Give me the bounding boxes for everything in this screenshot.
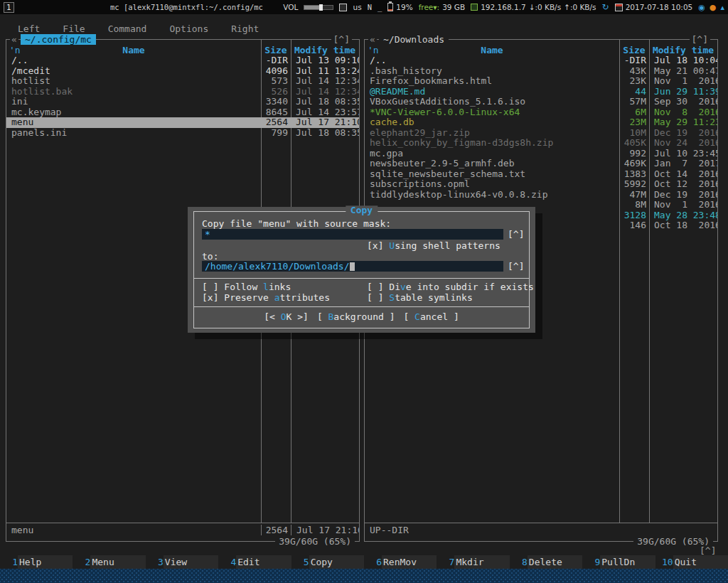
source-history-button[interactable]: [^] xyxy=(508,229,524,240)
clock-text: 2017-07-18 10:05 xyxy=(626,3,693,11)
calendar-icon xyxy=(615,4,623,11)
menu-item-left[interactable]: Left xyxy=(18,23,40,35)
destination-input[interactable]: /home/alexk7110/Downloads/ xyxy=(202,261,503,272)
fkey-renmov[interactable]: 6RenMov xyxy=(364,555,437,569)
ok-button[interactable]: [< OK >] xyxy=(264,311,309,322)
file-row[interactable]: mc.gpa992Jul 10 23:45 xyxy=(365,149,717,159)
menu-item-right[interactable]: Right xyxy=(231,23,259,35)
column-headers: Name Size Modify time xyxy=(365,45,717,55)
command-line-scroll-icon[interactable]: [^] xyxy=(700,545,716,556)
panel-separator xyxy=(365,523,717,523)
clock-indicator[interactable]: 2017-07-18 10:05 xyxy=(615,3,693,11)
sort-indicator: 'n xyxy=(368,45,379,55)
fkey-help[interactable]: 1Help xyxy=(0,555,73,569)
fkey-menu[interactable]: 2Menu xyxy=(73,555,145,569)
file-row[interactable]: newsbeuter_2.9-5_armhf.deb469KJan 7 2017 xyxy=(365,159,717,169)
column-header-name[interactable]: Name xyxy=(365,45,619,55)
cancel-button[interactable]: [ Cancel ] xyxy=(403,311,459,322)
workspace-indicator[interactable]: 1 xyxy=(4,2,14,13)
column-header-size[interactable]: Size xyxy=(261,45,291,55)
battery-indicator[interactable]: 19% xyxy=(387,3,412,11)
menu-item-options[interactable]: Options xyxy=(169,23,208,35)
screen: 1 mc [alexk7110@mintxfl:~/.config/mc VOL… xyxy=(0,0,728,583)
destination-value: /home/alexk7110/Downloads/ xyxy=(205,261,350,272)
file-row[interactable]: cache.db23MMay 29 11:23 xyxy=(365,117,717,128)
column-header-size[interactable]: Size xyxy=(619,45,649,55)
column-header-name[interactable]: Name xyxy=(6,45,261,55)
file-row[interactable]: /mcedit4096Jul 11 13:24 xyxy=(6,66,359,77)
volume-handle[interactable] xyxy=(319,4,323,11)
function-key-bar: 1Help2Menu3View4Edit5Copy6RenMov7Mkdir8D… xyxy=(0,555,728,569)
window-title: mc [alexk7110@mintxfl:~/.config/mc xyxy=(110,3,263,11)
system-tray-bar: 1 mc [alexk7110@mintxfl:~/.config/mc VOL… xyxy=(0,0,728,14)
indicator-icon[interactable]: ◉ xyxy=(698,3,705,12)
session-icon[interactable]: ▴ xyxy=(720,3,724,12)
fkey-mkdir[interactable]: 7Mkdir xyxy=(437,555,509,569)
shell-patterns-checkbox[interactable]: [x] Using shell patterns xyxy=(367,240,500,251)
tray-icon[interactable]: _ xyxy=(378,3,382,11)
file-row[interactable]: *VNC-Viewer-6.0.0-Linux-x646MNov 8 2016 xyxy=(365,107,717,118)
follow-links-checkbox[interactable]: [ ] Follow links xyxy=(202,282,291,292)
file-row[interactable]: Firefox_bookmarks.html23KNov 1 2016 xyxy=(365,76,717,87)
dialog-separator xyxy=(193,278,530,279)
file-row[interactable]: elephant29_jar.zip10MDec 19 2016 xyxy=(365,128,717,139)
file-row[interactable]: hotlist.bak526Jul 14 12:34 xyxy=(6,87,359,97)
refresh-icon[interactable]: ↻ xyxy=(602,2,609,12)
file-row[interactable]: helix_conky_by_figman-d3dgs8h.zip405KNov… xyxy=(365,138,717,149)
dive-into-subdir-checkbox[interactable]: [ ] Dive into subdir if exists xyxy=(367,282,534,292)
stable-symlinks-checkbox[interactable]: [ ] Stable symlinks xyxy=(367,292,473,303)
menu-item-file[interactable]: File xyxy=(63,23,85,35)
fkey-edit[interactable]: 4Edit xyxy=(218,555,291,569)
network-ip: 192.168.1.7 xyxy=(481,3,525,11)
source-mask-input[interactable]: * xyxy=(202,229,503,240)
mini-status-name: menu xyxy=(6,525,261,535)
column-headers: Name Size Modify time xyxy=(6,45,359,55)
to-label: to: xyxy=(202,251,218,262)
fkey-quit[interactable]: 10Quit xyxy=(655,555,728,569)
tray-icon[interactable]: N xyxy=(368,3,372,11)
fkey-copy[interactable]: 5Copy xyxy=(291,555,364,569)
panel-history-icon[interactable]: « xyxy=(368,34,377,45)
file-row[interactable]: tiddlydesktop-linux64-v0.0.8.zip47MDec 1… xyxy=(365,190,717,200)
column-header-mtime[interactable]: Modify time xyxy=(649,45,717,55)
panel-history-icon[interactable]: « xyxy=(10,34,18,45)
file-row[interactable]: @README.md44Jun 29 11:39 xyxy=(365,87,717,97)
background-button[interactable]: [ Background ] xyxy=(317,311,395,322)
copy-prompt: Copy file "menu" with source mask: xyxy=(202,218,391,229)
fkey-delete[interactable]: 8Delete xyxy=(510,555,582,569)
file-row[interactable]: menu2564Jul 17 21:10 xyxy=(6,117,359,128)
file-row[interactable]: subscriptions.opml5992Oct 12 2016 xyxy=(365,179,717,190)
file-row[interactable]: ini3340Jul 18 08:35 xyxy=(6,97,359,107)
status-dot-icon[interactable]: ● xyxy=(710,3,717,12)
fkey-view[interactable]: 3View xyxy=(146,555,218,569)
preserve-attributes-checkbox[interactable]: [x] Preserve attributes xyxy=(202,292,330,303)
destination-history-button[interactable]: [^] xyxy=(508,261,524,272)
panel-scroll-icon[interactable]: [^] xyxy=(690,34,710,45)
tray-icon[interactable] xyxy=(339,4,347,11)
file-row[interactable]: /..-DIRJul 13 09:10 xyxy=(6,55,359,66)
file-row[interactable]: sqlite_newsbeuter_schema.txt1383Oct 14 2… xyxy=(365,169,717,180)
dialog-title: Copy xyxy=(346,205,378,215)
column-header-mtime[interactable]: Modify time xyxy=(291,45,359,55)
mini-status-size xyxy=(619,525,649,535)
file-row[interactable]: hotlist573Jul 14 12:34 xyxy=(6,76,359,87)
left-panel-path[interactable]: ~/.config/mc xyxy=(21,34,96,45)
dialog-separator xyxy=(193,306,530,307)
mini-status-mtime xyxy=(649,525,717,535)
menu-item-command[interactable]: Command xyxy=(108,23,147,35)
dialog-buttons: [< OK >][ Background ][ Cancel ] xyxy=(188,311,535,322)
file-row[interactable]: mc.keymap8645Jul 14 23:57 xyxy=(6,107,359,118)
file-row[interactable]: .bash_history43KMay 21 00:47 xyxy=(365,66,717,77)
tray-items: VOL us N_ 19% free▾:39 GB 192.168.1.7↓:0… xyxy=(283,2,724,12)
disk-free-indicator[interactable]: free▾:39 GB xyxy=(419,3,466,11)
panel-scroll-icon[interactable]: [^] xyxy=(331,34,352,45)
network-indicator[interactable]: 192.168.1.7↓:0 KB/s↑:0 KB/s xyxy=(471,3,596,11)
keyboard-layout-indicator[interactable]: us xyxy=(353,3,361,11)
file-row[interactable]: /..-DIRJul 18 10:04 xyxy=(365,55,717,66)
disk-free-value: 39 GB xyxy=(442,3,465,11)
file-row[interactable]: VBoxGuestAdditions_5.1.6.iso57MSep 30 20… xyxy=(365,97,717,107)
right-panel-path[interactable]: ~/Downloads xyxy=(379,34,449,45)
volume-slider[interactable] xyxy=(304,5,333,10)
fkey-pulldn[interactable]: 9PullDn xyxy=(582,555,655,569)
file-row[interactable]: panels.ini799Jul 18 08:35 xyxy=(6,128,359,139)
